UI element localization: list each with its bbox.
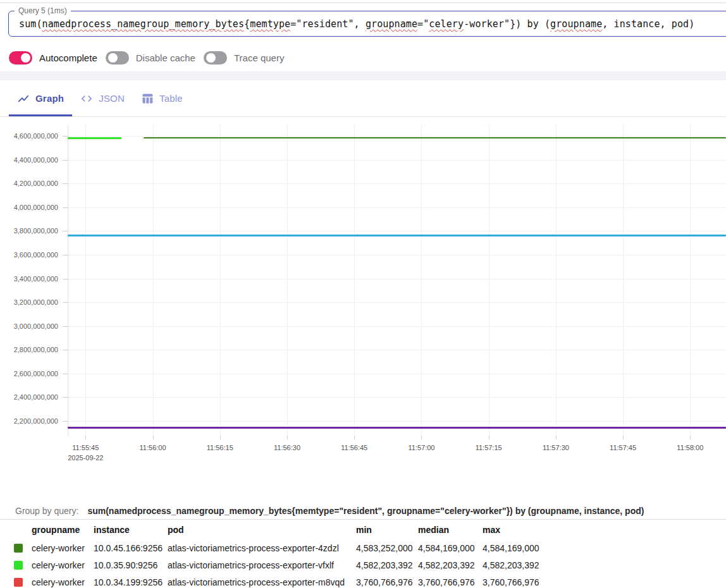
query-token-misspelled: memtype: [250, 18, 290, 30]
y-tick-mark: [63, 326, 68, 327]
toggle-knob: [108, 53, 118, 63]
query-editor-panel: Query 5 (1ms) sum(namedprocess_namegroup…: [0, 3, 726, 71]
legend-table-row[interactable]: celery-worker10.0.35.90:9256atlas-victor…: [0, 556, 726, 573]
x-axis-label: 11:57:00: [408, 444, 434, 451]
cell-instance: 10.0.35.90:9256: [94, 560, 168, 570]
cell-pod: atlas-victoriametrics-process-exporter-m…: [168, 577, 356, 587]
query-token: -worker"}) by (: [464, 18, 550, 30]
series-color-marker: [14, 561, 23, 570]
toggle-knob: [21, 53, 30, 63]
column-header-pod: pod: [168, 525, 356, 535]
y-gridline: [68, 279, 726, 279]
y-axis-label: 2,600,000,000: [0, 369, 63, 378]
x-tick-mark: [421, 436, 422, 439]
x-tick-mark: [556, 436, 557, 439]
series-color-marker: [14, 578, 23, 587]
autocomplete-toggle-group: Autocomplete: [9, 51, 97, 64]
x-gridline: [85, 125, 86, 436]
x-axis-label: 11:57:15: [476, 444, 502, 451]
tab-graph[interactable]: Graph: [9, 80, 72, 116]
y-axis-label: 4,000,000,000: [0, 203, 63, 212]
cell-median: 4,582,203,392: [418, 560, 483, 570]
series-line[interactable]: [144, 137, 726, 139]
x-gridline: [623, 125, 624, 436]
x-gridline: [354, 125, 355, 436]
cell-max: 4,582,203,392: [483, 560, 726, 570]
x-tick-mark: [220, 436, 221, 439]
tab-label: JSON: [99, 93, 125, 104]
query-token-misspelled: celery: [429, 18, 464, 30]
query-token: sum(: [19, 18, 42, 30]
y-gridline: [68, 421, 726, 422]
disable-cache-toggle-group: Disable cache: [106, 51, 195, 64]
y-tick-mark: [63, 374, 68, 374]
y-tick-mark: [63, 160, 68, 161]
legend-table-row[interactable]: celery-worker10.0.34.199:9256atlas-victo…: [0, 573, 726, 588]
y-gridline: [68, 397, 726, 398]
series-line[interactable]: [68, 427, 726, 429]
legend-table: groupnameinstancepodminmedianmaxcelery-w…: [0, 520, 726, 588]
y-axis-label: 3,600,000,000: [0, 250, 63, 259]
x-gridline: [421, 125, 422, 436]
cell-groupname: celery-worker: [32, 577, 94, 587]
y-gridline: [68, 302, 726, 303]
query-token: {: [244, 18, 250, 30]
y-gridline: [68, 207, 726, 208]
query-token-misspelled: groupname: [550, 18, 602, 30]
code-icon: [80, 92, 93, 105]
tab-json[interactable]: JSON: [72, 80, 133, 116]
trace-query-toggle[interactable]: [204, 51, 227, 64]
x-tick-mark: [85, 436, 86, 439]
cell-max: 3,760,766,976: [483, 577, 726, 587]
y-axis-label: 2,400,000,000: [0, 393, 63, 401]
cell-median: 4,584,169,000: [418, 543, 483, 553]
y-tick-mark: [63, 231, 68, 231]
cell-pod: atlas-victoriametrics-process-exporter-v…: [168, 560, 356, 570]
y-axis-label: 4,200,000,000: [0, 179, 63, 188]
trace-query-toggle-label: Trace query: [234, 52, 284, 63]
table-icon: [141, 92, 154, 105]
y-tick-mark: [63, 302, 68, 303]
y-gridline: [68, 231, 726, 231]
tab-label: Table: [159, 93, 183, 104]
legend-table-row[interactable]: celery-worker10.0.45.166:9256atlas-victo…: [0, 539, 726, 556]
legend-table-header: groupnameinstancepodminmedianmax: [0, 520, 726, 539]
y-tick-mark: [63, 183, 68, 184]
column-header-min: min: [356, 525, 418, 535]
y-axis-label: 3,200,000,000: [0, 298, 63, 307]
panel-gap: [0, 71, 726, 80]
tab-label: Graph: [35, 93, 64, 104]
series-line[interactable]: [68, 137, 121, 139]
line-chart-icon: [17, 92, 30, 105]
query-input[interactable]: sum(namedprocess_namegroup_memory_bytes{…: [9, 11, 726, 36]
marker-cell: [14, 578, 32, 587]
toggles-row: AutocompleteDisable cacheTrace query: [9, 51, 284, 64]
x-gridline: [690, 125, 691, 436]
query-token: , instance, pod): [602, 18, 694, 30]
y-gridline: [68, 183, 726, 184]
y-tick-mark: [63, 279, 68, 279]
cell-pod: atlas-victoriametrics-process-exporter-4…: [168, 543, 356, 553]
tab-table[interactable]: Table: [133, 80, 191, 116]
x-gridline: [153, 125, 154, 436]
query-token: =": [417, 18, 429, 30]
cell-instance: 10.0.45.166:9256: [94, 543, 168, 553]
y-tick-mark: [63, 397, 68, 398]
x-axis-label: 11:55:45: [72, 444, 99, 451]
marker-cell: [14, 561, 32, 570]
y-axis-label: 2,800,000,000: [0, 345, 63, 354]
y-axis-label: 2,200,000,000: [0, 417, 63, 426]
autocomplete-toggle-label: Autocomplete: [39, 52, 97, 63]
series-line[interactable]: [68, 235, 726, 236]
disable-cache-toggle[interactable]: [106, 51, 129, 64]
autocomplete-toggle[interactable]: [9, 51, 32, 64]
cell-min: 3,760,766,976: [356, 577, 418, 587]
disable-cache-toggle-label: Disable cache: [136, 52, 195, 63]
query-token: ="resident",: [290, 18, 366, 30]
x-axis-label: 11:56:00: [140, 444, 166, 451]
group-by-label: Group by query:: [15, 506, 78, 516]
timeseries-chart[interactable]: 4,600,000,0004,400,000,0004,200,000,0004…: [0, 117, 726, 471]
y-tick-mark: [63, 136, 68, 137]
cell-min: 4,582,203,392: [356, 560, 418, 570]
y-gridline: [68, 160, 726, 161]
